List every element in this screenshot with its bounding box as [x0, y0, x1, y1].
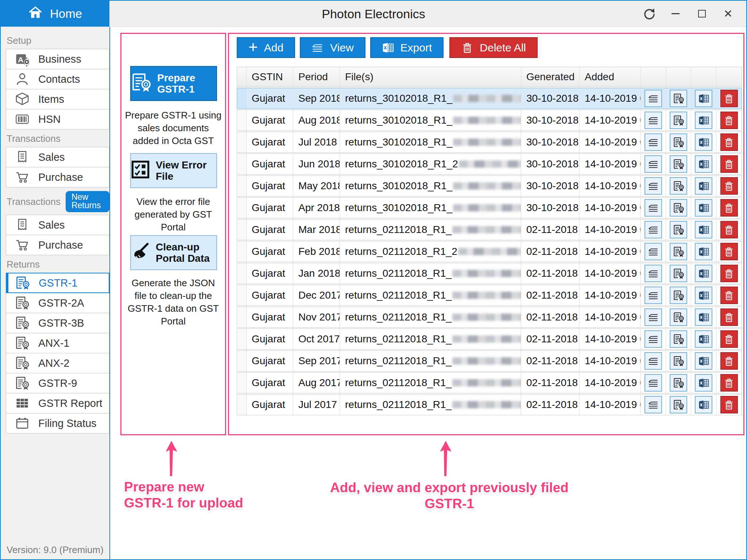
row-view-summary-button[interactable]: [645, 374, 662, 392]
row-view-gstr-button[interactable]: [670, 287, 687, 304]
row-delete-button[interactable]: [720, 243, 738, 260]
row-delete-button[interactable]: [720, 112, 738, 129]
table-row[interactable]: Gujarat Sep 2017 returns_02112018_R1__of…: [237, 350, 742, 372]
row-export-excel-button[interactable]: [695, 221, 712, 238]
row-delete-button[interactable]: [720, 287, 738, 304]
row-delete-button[interactable]: [720, 396, 738, 413]
row-view-gstr-button[interactable]: [670, 330, 687, 348]
row-selector[interactable]: [237, 110, 247, 131]
row-selector[interactable]: [237, 198, 247, 218]
row-delete-button[interactable]: [720, 330, 738, 348]
sidebar-item-gstr-report[interactable]: GSTR Report: [6, 393, 109, 413]
sidebar-item-anx1[interactable]: ANX-1: [6, 333, 109, 353]
table-row[interactable]: Gujarat Dec 2017 returns_02112018_R1__of…: [237, 285, 742, 306]
sidebar-item-filing-status[interactable]: Filing Status: [6, 413, 109, 433]
row-view-summary-button[interactable]: [645, 155, 662, 173]
row-export-excel-button[interactable]: [695, 177, 712, 195]
row-export-excel-button[interactable]: [695, 155, 712, 173]
row-selector[interactable]: [237, 394, 247, 415]
sidebar-item-items[interactable]: Items: [6, 89, 109, 109]
row-view-summary-button[interactable]: [645, 112, 662, 129]
table-row[interactable]: Gujarat Jan 2018 returns_02112018_R1__of…: [237, 263, 742, 284]
view-button[interactable]: View: [300, 37, 365, 58]
row-selector[interactable]: [237, 176, 247, 196]
row-delete-button[interactable]: [720, 308, 738, 326]
sidebar-item-business[interactable]: Business: [6, 49, 109, 69]
row-view-summary-button[interactable]: [645, 287, 662, 304]
row-view-summary-button[interactable]: [645, 243, 662, 260]
sidebar-item-contacts[interactable]: Contacts: [6, 69, 109, 89]
table-row[interactable]: Gujarat Sep 2018 returns_30102018_R1__of…: [237, 88, 742, 109]
row-delete-button[interactable]: [720, 155, 738, 173]
header-added[interactable]: Added: [580, 67, 641, 87]
table-row[interactable]: Gujarat Apr 2018 returns_30102018_R1__of…: [237, 197, 742, 218]
row-view-summary-button[interactable]: [645, 90, 662, 107]
row-selector[interactable]: [237, 285, 247, 306]
row-delete-button[interactable]: [720, 374, 738, 392]
table-row[interactable]: Gujarat Mar 2018 returns_02112018_R1__of…: [237, 219, 742, 240]
header-generated[interactable]: Generated: [521, 67, 580, 87]
row-export-excel-button[interactable]: [695, 265, 712, 282]
sidebar-item-gstr2a[interactable]: GSTR-2A: [6, 293, 109, 313]
prepare-gstr1-button[interactable]: Prepare GSTR-1: [130, 66, 217, 101]
row-export-excel-button[interactable]: [695, 330, 712, 348]
row-view-gstr-button[interactable]: [670, 308, 687, 326]
row-view-gstr-button[interactable]: [670, 90, 687, 107]
export-button[interactable]: Export: [370, 37, 444, 58]
row-export-excel-button[interactable]: [695, 352, 712, 370]
row-export-excel-button[interactable]: [695, 90, 712, 107]
row-view-summary-button[interactable]: [645, 199, 662, 217]
table-row[interactable]: Gujarat May 2018 returns_30102018_R1__of…: [237, 175, 742, 197]
row-view-summary-button[interactable]: [645, 330, 662, 348]
row-export-excel-button[interactable]: [695, 396, 712, 413]
cleanup-portal-data-button[interactable]: Clean-up Portal Data: [130, 235, 217, 270]
row-view-gstr-button[interactable]: [670, 221, 687, 238]
minimize-button[interactable]: [662, 1, 689, 27]
row-selector[interactable]: [237, 351, 247, 371]
row-delete-button[interactable]: [720, 177, 738, 195]
row-delete-button[interactable]: [720, 352, 738, 370]
row-delete-button[interactable]: [720, 133, 738, 151]
table-row[interactable]: Gujarat Oct 2017 returns_02112018_R1__of…: [237, 328, 742, 350]
add-button[interactable]: + Add: [237, 37, 295, 58]
row-delete-button[interactable]: [720, 90, 738, 107]
row-view-gstr-button[interactable]: [670, 243, 687, 260]
view-error-file-button[interactable]: View Error File: [130, 153, 217, 188]
row-view-summary-button[interactable]: [645, 221, 662, 238]
row-export-excel-button[interactable]: [695, 308, 712, 326]
row-delete-button[interactable]: [720, 265, 738, 282]
row-view-gstr-button[interactable]: [670, 199, 687, 217]
row-selector[interactable]: [237, 132, 247, 152]
sidebar-item-sales[interactable]: Sales: [6, 147, 109, 167]
row-view-summary-button[interactable]: [645, 133, 662, 151]
row-export-excel-button[interactable]: [695, 133, 712, 151]
row-selector[interactable]: [237, 373, 247, 393]
sidebar-item-anx2[interactable]: ANX-2: [6, 353, 109, 373]
row-selector[interactable]: [237, 154, 247, 174]
sidebar-item-purchase-new[interactable]: Purchase: [6, 235, 109, 255]
sidebar-item-purchase[interactable]: Purchase: [6, 167, 109, 187]
table-row[interactable]: Gujarat Aug 2018 returns_30102018_R1__of…: [237, 110, 742, 131]
table-row[interactable]: Gujarat Jun 2018 returns_30102018_R1_2_o…: [237, 153, 742, 175]
table-row[interactable]: Gujarat Aug 2017 returns_02112018_R1__of…: [237, 372, 742, 393]
close-button[interactable]: ✕: [715, 1, 741, 27]
row-selector[interactable]: [237, 241, 247, 262]
row-view-gstr-button[interactable]: [670, 133, 687, 151]
row-export-excel-button[interactable]: [695, 374, 712, 392]
row-view-gstr-button[interactable]: [670, 265, 687, 282]
home-button[interactable]: Home: [1, 1, 109, 27]
sidebar-item-gstr3b[interactable]: GSTR-3B: [6, 313, 109, 333]
header-files[interactable]: File(s): [340, 67, 521, 87]
row-selector[interactable]: [237, 329, 247, 349]
row-selector[interactable]: [237, 88, 247, 109]
row-view-summary-button[interactable]: [645, 308, 662, 326]
row-selector[interactable]: [237, 307, 247, 327]
row-view-summary-button[interactable]: [645, 352, 662, 370]
table-row[interactable]: Gujarat Jul 2017 returns_02112018_R1__of…: [237, 394, 742, 415]
row-export-excel-button[interactable]: [695, 287, 712, 304]
row-view-summary-button[interactable]: [645, 396, 662, 413]
row-export-excel-button[interactable]: [695, 199, 712, 217]
row-delete-button[interactable]: [720, 221, 738, 238]
row-view-gstr-button[interactable]: [670, 352, 687, 370]
sidebar-item-sales-new[interactable]: Sales: [6, 215, 109, 235]
